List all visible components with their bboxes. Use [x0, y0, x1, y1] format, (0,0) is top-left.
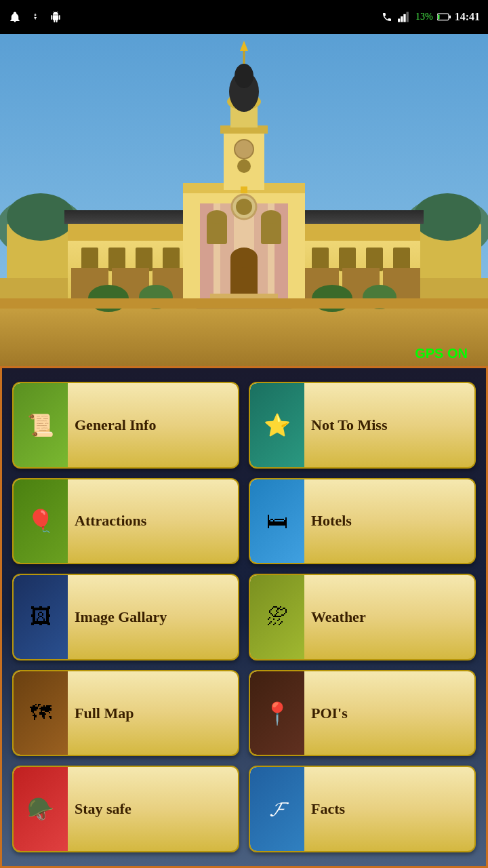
battery-percent: 13%: [415, 12, 433, 22]
not-to-miss-button[interactable]: ⭐ Not To Miss: [249, 382, 476, 469]
svg-rect-13: [20, 207, 61, 227]
svg-point-57: [237, 159, 251, 173]
svg-rect-64: [241, 186, 247, 193]
svg-rect-0: [398, 19, 400, 22]
hotels-label: Hotels: [304, 512, 474, 530]
svg-rect-33: [339, 248, 356, 271]
svg-point-56: [235, 140, 253, 159]
full-map-label: Full Map: [68, 705, 238, 722]
facts-icon: 𝓕: [250, 767, 304, 851]
not-to-miss-icon: ⭐: [250, 383, 304, 467]
svg-point-51: [261, 210, 281, 224]
notification-icon-1: [8, 10, 22, 24]
svg-rect-34: [366, 248, 383, 271]
image-gallery-icon: 🖼: [14, 575, 68, 659]
pois-button[interactable]: 📍 POI's: [249, 670, 476, 757]
battery-icon: [437, 10, 451, 24]
image-gallery-label: Image Gallary: [68, 608, 238, 626]
usb-icon: [28, 10, 42, 24]
svg-rect-1: [401, 16, 403, 22]
hotels-icon: 🛏: [250, 479, 304, 564]
svg-rect-25: [163, 248, 180, 271]
svg-text:GPS ON: GPS ON: [415, 346, 468, 361]
svg-rect-72: [0, 298, 488, 309]
stay-safe-icon: 🪖: [14, 767, 68, 851]
general-info-button[interactable]: 📜 General Info: [12, 382, 239, 469]
svg-rect-30: [298, 224, 420, 241]
full-map-icon: 🗺: [14, 671, 68, 755]
hero-image: GPS ON: [0, 34, 488, 366]
phone-icon: [380, 10, 394, 24]
svg-rect-3: [407, 12, 409, 22]
hotels-button[interactable]: 🛏 Hotels: [249, 478, 476, 565]
svg-rect-18: [427, 207, 468, 227]
android-icon: [49, 10, 62, 24]
svg-point-47: [230, 248, 258, 268]
svg-rect-35: [393, 248, 410, 271]
status-left-icons: [8, 10, 62, 24]
svg-point-49: [207, 210, 227, 224]
general-info-icon: 📜: [14, 383, 68, 467]
main-menu: 📜 General Info ⭐ Not To Miss 🎈 Attractio…: [0, 366, 488, 868]
full-map-button[interactable]: 🗺 Full Map: [12, 670, 239, 757]
signal-icon: [398, 10, 411, 24]
attractions-button[interactable]: 🎈 Attractions: [12, 478, 239, 565]
svg-rect-2: [403, 14, 405, 22]
svg-point-53: [236, 199, 252, 215]
svg-rect-22: [81, 248, 98, 271]
general-info-label: General Info: [68, 416, 238, 434]
attractions-label: Attractions: [68, 512, 238, 530]
attractions-icon: 🎈: [14, 479, 68, 564]
facts-label: Facts: [304, 800, 474, 818]
svg-rect-6: [438, 15, 439, 20]
stay-safe-label: Stay safe: [68, 800, 238, 818]
svg-marker-31: [295, 210, 424, 224]
facts-button[interactable]: 𝓕 Facts: [249, 766, 476, 852]
clock: 14:41: [455, 11, 480, 23]
stay-safe-button[interactable]: 🪖 Stay safe: [12, 766, 239, 852]
svg-marker-21: [64, 210, 193, 224]
not-to-miss-label: Not To Miss: [304, 416, 474, 434]
status-bar: 13% 14:41: [0, 0, 488, 34]
svg-rect-24: [136, 248, 152, 271]
svg-rect-20: [68, 224, 190, 241]
image-gallery-button[interactable]: 🖼 Image Gallary: [12, 574, 239, 660]
weather-button[interactable]: ⛈ Weather: [249, 574, 476, 660]
svg-point-61: [235, 64, 253, 88]
svg-rect-32: [312, 248, 329, 271]
weather-label: Weather: [304, 608, 474, 626]
svg-rect-5: [449, 16, 450, 19]
weather-icon: ⛈: [250, 575, 304, 659]
pois-label: POI's: [304, 705, 474, 722]
status-right-icons: 13% 14:41: [380, 10, 480, 24]
svg-rect-23: [108, 248, 125, 271]
pois-icon: 📍: [250, 671, 304, 755]
